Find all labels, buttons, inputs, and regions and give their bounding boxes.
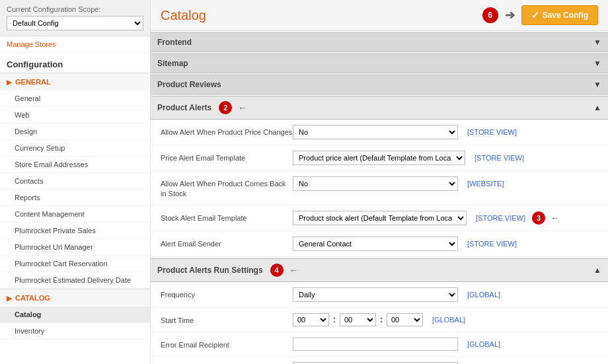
- section-frontend[interactable]: Frontend ▼: [151, 32, 608, 52]
- product-alerts-run-header-content: Product Alerts Run Settings 4 ←: [157, 264, 299, 277]
- sidebar-item-design[interactable]: Design: [0, 124, 150, 140]
- start-time-label: Start Time: [161, 313, 293, 326]
- product-alerts-toggle-icon: ▲: [593, 103, 601, 112]
- alert-sender-control: General Contact [STORE VIEW]: [293, 237, 598, 251]
- catalog-arrow-icon: ▶: [7, 295, 12, 302]
- error-recipient-scope: [GLOBAL]: [467, 340, 500, 348]
- price-alert-row: Allow Alert When Product Price Changes N…: [151, 120, 608, 145]
- sidebar-item-web[interactable]: Web: [0, 107, 150, 124]
- sidebar-item-reports[interactable]: Reports: [0, 190, 150, 206]
- stock-alert-row: Allow Alert When Product Comes Back in S…: [151, 171, 608, 205]
- product-alerts-run-toggle-icon: ▲: [593, 266, 601, 275]
- alert-sender-label: Alert Email Sender: [161, 237, 293, 249]
- sidebar: Current Configuration Scope: Default Con…: [0, 0, 151, 364]
- sidebar-item-general[interactable]: General: [0, 91, 150, 107]
- sidebar-section-general: ▶ GENERAL General Web Design Currency Se…: [0, 73, 150, 289]
- price-alert-scope: [STORE VIEW]: [467, 128, 517, 136]
- price-alert-select[interactable]: No: [293, 125, 458, 139]
- frequency-label: Frequency: [161, 287, 293, 300]
- start-time-min-select[interactable]: 00: [340, 313, 376, 326]
- error-sender-row: Error Email Sender General Contact [GLOB…: [151, 357, 608, 364]
- price-template-scope: [STORE VIEW]: [475, 154, 524, 162]
- sidebar-section-general-title[interactable]: ▶ GENERAL: [0, 73, 150, 91]
- start-time-row: Start Time 00 : 00 : 00 [GLOBAL]: [151, 308, 608, 332]
- error-recipient-label: Error Email Recipient: [161, 338, 293, 350]
- sidebar-item-content-management[interactable]: Content Management: [0, 206, 150, 223]
- section-sitemap[interactable]: Sitemap ▼: [151, 54, 608, 73]
- product-alerts-body: Allow Alert When Product Price Changes N…: [151, 120, 608, 257]
- config-section-title: Configuration: [0, 52, 150, 73]
- sidebar-item-currency-setup[interactable]: Currency Setup: [0, 140, 150, 157]
- sidebar-item-catalog[interactable]: Catalog: [0, 307, 150, 323]
- sidebar-item-plumrocket-url[interactable]: Plumrocket Url Manager: [0, 239, 150, 256]
- manage-stores-link-container: Manage Stores: [0, 36, 150, 52]
- error-recipient-row: Error Email Recipient [GLOBAL]: [151, 332, 608, 357]
- start-time-sec-select[interactable]: 00: [387, 313, 423, 326]
- sidebar-item-store-email[interactable]: Store Email Addresses: [0, 157, 150, 173]
- price-template-row: Price Alert Email Template Product price…: [151, 145, 608, 171]
- stock-alert-scope: [WEBSITE]: [467, 180, 504, 188]
- sidebar-section-catalog: ▶ CATALOG Catalog Inventory: [0, 289, 150, 340]
- badge-3: 3: [532, 211, 545, 225]
- sidebar-item-plumrocket-delivery[interactable]: Plumrocket Estimated Delivery Date: [0, 272, 150, 289]
- price-template-select[interactable]: Product price alert (Default Template fr…: [293, 151, 465, 165]
- stock-template-label: Stock Alert Email Template: [161, 211, 293, 223]
- sidebar-item-inventory[interactable]: Inventory: [0, 323, 150, 340]
- stock-template-scope: [STORE VIEW]: [476, 214, 525, 222]
- sidebar-item-plumrocket-cart[interactable]: Plumrocket Cart Reservation: [0, 256, 150, 272]
- stock-alert-control: No [WEBSITE]: [293, 176, 598, 191]
- frequency-select[interactable]: Daily: [293, 287, 458, 302]
- start-time-scope: [GLOBAL]: [432, 316, 465, 324]
- alert-sender-row: Alert Email Sender General Contact [STOR…: [151, 231, 608, 257]
- stock-alert-label: Allow Alert When Product Comes Back in S…: [161, 176, 293, 200]
- start-time-control: 00 : 00 : 00 [GLOBAL]: [293, 313, 598, 326]
- save-icon: ✓: [531, 10, 539, 20]
- time-sep-1: :: [333, 315, 336, 324]
- frequency-scope: [GLOBAL]: [467, 291, 500, 299]
- alert-sender-select[interactable]: General Contact: [293, 237, 458, 251]
- alert-sender-scope: [STORE VIEW]: [467, 240, 517, 248]
- price-alert-control: No [STORE VIEW]: [293, 125, 598, 139]
- scope-selector: Current Configuration Scope: Default Con…: [0, 0, 150, 36]
- badge-3-arrow-icon: ←: [551, 213, 560, 223]
- product-reviews-toggle-icon: ▼: [593, 80, 601, 89]
- sidebar-item-contacts[interactable]: Contacts: [0, 173, 150, 190]
- section-product-alerts-run[interactable]: Product Alerts Run Settings 4 ← ▲: [151, 258, 608, 282]
- badge-2: 2: [219, 101, 232, 114]
- error-recipient-input[interactable]: [293, 338, 458, 351]
- page-title: Catalog: [161, 8, 206, 23]
- section-product-reviews[interactable]: Product Reviews ▼: [151, 75, 608, 94]
- sidebar-item-plumrocket-private-sales[interactable]: Plumrocket Private Sales: [0, 223, 150, 239]
- badge-2-arrow-icon: ←: [238, 102, 247, 113]
- save-config-button[interactable]: ✓ Save Config: [521, 5, 598, 25]
- main-content: Catalog 6 ➔ ✓ Save Config Frontend ▼ Sit…: [151, 0, 608, 364]
- stock-template-control: Product stock alert (Default Template fr…: [293, 211, 598, 225]
- frontend-toggle-icon: ▼: [593, 38, 601, 47]
- stock-template-row: Stock Alert Email Template Product stock…: [151, 205, 608, 231]
- product-alerts-run-body: Frequency Daily [GLOBAL] Start Time 00 :: [151, 282, 608, 364]
- badge-4-arrow-icon: ←: [289, 265, 299, 275]
- general-arrow-icon: ▶: [7, 79, 12, 86]
- start-time-hour-select[interactable]: 00: [293, 313, 329, 326]
- stock-alert-select[interactable]: No: [293, 176, 458, 191]
- time-sep-2: :: [380, 315, 383, 324]
- stock-template-select[interactable]: Product stock alert (Default Template fr…: [293, 211, 467, 225]
- price-alert-label: Allow Alert When Product Price Changes: [161, 125, 293, 137]
- scope-select[interactable]: Default Config: [7, 16, 143, 30]
- product-alerts-header-content: Product Alerts 2 ←: [157, 101, 247, 114]
- header-badge-6: 6: [482, 7, 498, 23]
- frequency-control: Daily [GLOBAL]: [293, 287, 598, 302]
- section-product-alerts[interactable]: Product Alerts 2 ← ▲: [151, 96, 608, 120]
- badge-4: 4: [270, 264, 284, 277]
- sidebar-section-catalog-title[interactable]: ▶ CATALOG: [0, 289, 150, 307]
- price-template-control: Product price alert (Default Template fr…: [293, 151, 598, 165]
- error-recipient-control: [GLOBAL]: [293, 338, 598, 351]
- frequency-row: Frequency Daily [GLOBAL]: [151, 282, 608, 308]
- main-header: Catalog 6 ➔ ✓ Save Config: [151, 0, 608, 31]
- manage-stores-link[interactable]: Manage Stores: [7, 40, 56, 48]
- price-template-label: Price Alert Email Template: [161, 151, 293, 163]
- sitemap-toggle-icon: ▼: [593, 59, 601, 68]
- scope-label: Current Configuration Scope:: [7, 5, 143, 13]
- arrow-right-icon: ➔: [505, 8, 515, 22]
